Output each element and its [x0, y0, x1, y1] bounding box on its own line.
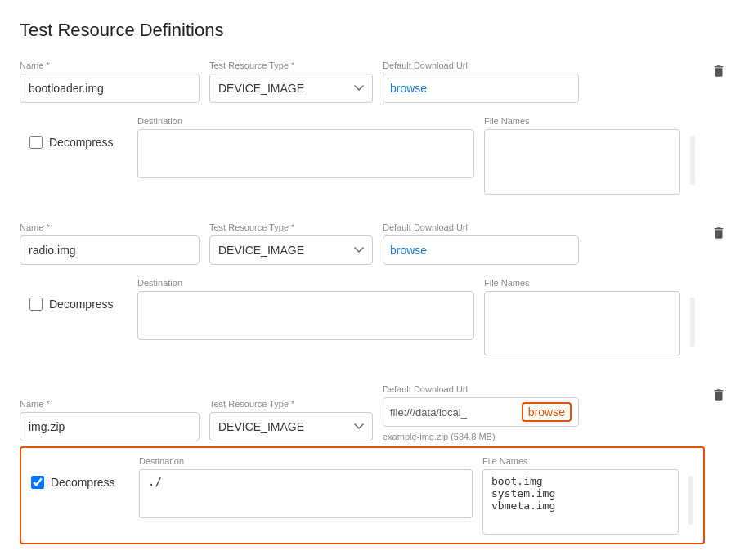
delete-button-3[interactable]	[708, 384, 729, 405]
download-group-3: Default Download Urlfile:///data/local_b…	[383, 384, 579, 441]
filenames-group-3: File Names	[482, 456, 679, 535]
download-group-2: Default Download Urlbrowse	[383, 222, 579, 265]
name-input-3[interactable]	[20, 412, 200, 441]
destination-label-1: Destination	[137, 116, 474, 126]
name-label-1: Name *	[20, 60, 200, 70]
name-group-3: Name *	[20, 399, 200, 441]
filenames-area-2[interactable]	[484, 291, 680, 356]
browse-link-2[interactable]: browse	[390, 244, 427, 257]
name-group-1: Name *	[20, 60, 200, 103]
download-container-3: file:///data/local_browse	[383, 397, 579, 427]
filenames-label-2: File Names	[484, 278, 680, 288]
download-text-3: file:///data/local_	[390, 406, 518, 419]
type-group-2: Test Resource Type *DEVICE_IMAGEAPKCONFI…	[209, 222, 373, 265]
type-select-2[interactable]: DEVICE_IMAGEAPKCONFIG	[209, 235, 373, 265]
filenames-area-3[interactable]	[482, 469, 679, 535]
decompress-text-3: Decompress	[51, 476, 115, 489]
name-group-2: Name *	[20, 222, 200, 265]
type-label-3: Test Resource Type *	[209, 399, 373, 409]
resource-top-row-3: Name *Test Resource Type *DEVICE_IMAGEAP…	[20, 384, 705, 441]
decompress-label-1[interactable]: Decompress	[29, 136, 128, 149]
type-select-3[interactable]: DEVICE_IMAGEAPKCONFIG	[209, 412, 373, 441]
decompress-section-2: DecompressDestinationFile Names	[20, 270, 705, 365]
decompress-checkbox-2[interactable]	[29, 298, 43, 311]
scrollbar-1	[690, 136, 695, 185]
destination-input-2[interactable]	[137, 291, 474, 340]
download-label-2: Default Download Url	[383, 222, 579, 232]
destination-input-1[interactable]	[137, 129, 474, 178]
download-label-1: Default Download Url	[383, 60, 579, 70]
filenames-group-1: File Names	[484, 116, 680, 195]
destination-group-2: Destination	[137, 278, 474, 340]
name-label-2: Name *	[20, 222, 200, 232]
file-size-hint-3: example-img.zip (584.8 MB)	[383, 432, 579, 441]
decompress-checkbox-3[interactable]	[31, 476, 44, 489]
destination-group-1: Destination	[137, 116, 474, 178]
download-label-3: Default Download Url	[383, 384, 579, 394]
name-label-3: Name *	[20, 399, 200, 409]
destination-group-3: Destination	[139, 456, 473, 518]
resource-top-row-1: Name *Test Resource Type *DEVICE_IMAGEAP…	[20, 60, 705, 103]
type-group-3: Test Resource Type *DEVICE_IMAGEAPKCONFI…	[209, 399, 373, 441]
decompress-checkbox-1[interactable]	[29, 136, 43, 149]
decompress-text-1: Decompress	[49, 136, 114, 149]
page-title: Test Resource Definitions	[20, 20, 729, 41]
browse-link-3[interactable]: browse	[522, 402, 572, 422]
resources-container: Name *Test Resource Type *DEVICE_IMAGEAP…	[20, 60, 729, 558]
destination-input-3[interactable]	[139, 469, 473, 518]
delete-button-1[interactable]	[708, 60, 729, 82]
filenames-area-1[interactable]	[484, 129, 680, 195]
destination-label-2: Destination	[137, 278, 474, 288]
type-label-2: Test Resource Type *	[209, 222, 373, 232]
name-input-1[interactable]	[20, 74, 200, 103]
download-container-1: browse	[383, 74, 579, 103]
decompress-text-2: Decompress	[49, 298, 114, 311]
type-label-1: Test Resource Type *	[209, 60, 373, 70]
decompress-section-1: DecompressDestinationFile Names	[20, 108, 705, 203]
filenames-label-3: File Names	[482, 456, 679, 466]
resource-top-row-2: Name *Test Resource Type *DEVICE_IMAGEAP…	[20, 222, 705, 265]
resource-block-2: Name *Test Resource Type *DEVICE_IMAGEAP…	[20, 222, 729, 378]
type-select-1[interactable]: DEVICE_IMAGEAPKCONFIG	[209, 74, 373, 103]
browse-link-1[interactable]: browse	[390, 82, 427, 95]
download-container-2: browse	[383, 235, 579, 265]
decompress-section-3: DecompressDestinationFile Names	[20, 446, 705, 544]
decompress-label-3[interactable]: Decompress	[31, 476, 129, 489]
decompress-label-2[interactable]: Decompress	[29, 298, 128, 311]
resource-block-1: Name *Test Resource Type *DEVICE_IMAGEAP…	[20, 60, 729, 216]
type-group-1: Test Resource Type *DEVICE_IMAGEAPKCONFI…	[209, 60, 373, 103]
filenames-group-2: File Names	[484, 278, 680, 356]
filenames-label-1: File Names	[484, 116, 680, 126]
name-input-2[interactable]	[20, 235, 200, 265]
resource-block-3: Name *Test Resource Type *DEVICE_IMAGEAP…	[20, 384, 729, 558]
scrollbar-3	[688, 476, 693, 525]
scrollbar-2	[690, 298, 695, 347]
delete-button-2[interactable]	[708, 222, 729, 244]
download-group-1: Default Download Urlbrowse	[383, 60, 579, 103]
destination-label-3: Destination	[139, 456, 473, 466]
